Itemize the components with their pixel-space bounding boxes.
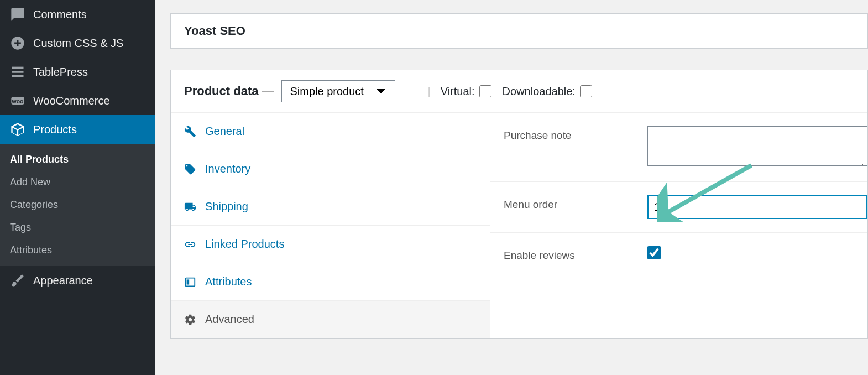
gear-icon: [184, 314, 196, 326]
tab-label: Inventory: [205, 163, 250, 175]
link-icon: [184, 238, 196, 251]
sidebar-item-label: TablePress: [33, 66, 88, 79]
sidebar-item-label: Custom CSS & JS: [33, 37, 123, 50]
enable-reviews-label: Enable reviews: [504, 246, 647, 262]
downloadable-checkbox[interactable]: [580, 85, 592, 97]
tab-label: Linked Products: [205, 238, 284, 251]
product-data-tabs: General Inventory Shipping Linked Produc…: [171, 113, 490, 338]
submenu-tags[interactable]: Tags: [0, 216, 155, 239]
svg-rect-1: [12, 67, 24, 69]
submenu-all-products[interactable]: All Products: [0, 148, 155, 171]
product-data-heading: Product data: [184, 84, 258, 98]
purchase-note-row: Purchase note: [490, 113, 867, 182]
advanced-tab-content: Purchase note Menu order: [490, 113, 867, 338]
virtual-label[interactable]: Virtual:: [441, 85, 491, 98]
dash-separator: —: [262, 84, 274, 98]
downloadable-label[interactable]: Downloadable:: [503, 85, 592, 98]
tab-general[interactable]: General: [171, 113, 490, 150]
woo-icon: woo: [10, 93, 25, 108]
enable-reviews-row: Enable reviews: [490, 233, 867, 275]
menu-order-input[interactable]: [647, 195, 867, 219]
enable-reviews-field: [647, 246, 867, 262]
tab-label: Shipping: [205, 200, 248, 213]
product-type-select[interactable]: Simple product: [281, 80, 395, 102]
svg-rect-7: [187, 279, 190, 284]
tab-inventory[interactable]: Inventory: [171, 150, 490, 188]
purchase-note-field: [647, 126, 867, 168]
sidebar-item-appearance[interactable]: Appearance: [0, 266, 155, 295]
svg-rect-2: [12, 71, 24, 73]
virtual-checkbox[interactable]: [479, 85, 491, 97]
product-data-metabox: Product data — Simple product | Virtual:…: [170, 70, 868, 339]
menu-order-field: [647, 195, 867, 219]
svg-rect-3: [12, 75, 24, 77]
purchase-note-textarea[interactable]: [647, 126, 867, 166]
list-icon: [10, 64, 25, 80]
admin-sidebar: Comments Custom CSS & JS TablePress woo …: [0, 0, 155, 375]
truck-icon: [184, 201, 196, 213]
product-data-header: Product data — Simple product | Virtual:…: [171, 70, 867, 113]
purchase-note-label: Purchase note: [504, 126, 647, 142]
sidebar-item-label: Appearance: [33, 274, 93, 287]
box-icon: [10, 122, 25, 137]
submenu-categories[interactable]: Categories: [0, 194, 155, 216]
sidebar-item-label: Products: [33, 123, 77, 136]
tab-label: Attributes: [205, 275, 252, 288]
metabox-title: Yoast SEO: [171, 14, 867, 48]
sidebar-item-custom-css-js[interactable]: Custom CSS & JS: [0, 29, 155, 58]
yoast-seo-metabox[interactable]: Yoast SEO: [170, 13, 868, 49]
tab-label: General: [205, 125, 244, 138]
svg-text:woo: woo: [12, 98, 24, 105]
product-type-options: | Virtual: Downloadable:: [417, 85, 603, 98]
sidebar-item-products[interactable]: Products: [0, 115, 155, 144]
sidebar-item-woocommerce[interactable]: woo WooCommerce: [0, 86, 155, 115]
menu-order-row: Menu order: [490, 182, 867, 233]
wrench-icon: [184, 126, 196, 138]
tag-icon: [184, 163, 196, 175]
enable-reviews-checkbox[interactable]: [647, 246, 661, 259]
plus-circle-icon: [10, 35, 25, 51]
tab-advanced[interactable]: Advanced: [171, 301, 490, 338]
tab-label: Advanced: [205, 313, 254, 326]
sidebar-item-label: WooCommerce: [33, 95, 110, 107]
layout-icon: [184, 276, 196, 288]
main-content: Yoast SEO Product data — Simple product …: [155, 0, 868, 375]
sidebar-item-tablepress[interactable]: TablePress: [0, 58, 155, 86]
sidebar-item-comments[interactable]: Comments: [0, 0, 155, 29]
comment-icon: [10, 7, 25, 22]
vertical-separator: |: [427, 85, 430, 98]
products-submenu: All Products Add New Categories Tags Att…: [0, 144, 155, 266]
tab-linked-products[interactable]: Linked Products: [171, 226, 490, 263]
submenu-attributes[interactable]: Attributes: [0, 239, 155, 262]
submenu-add-new[interactable]: Add New: [0, 171, 155, 194]
brush-icon: [10, 273, 25, 288]
tab-attributes[interactable]: Attributes: [171, 263, 490, 301]
tab-shipping[interactable]: Shipping: [171, 188, 490, 226]
product-data-body: General Inventory Shipping Linked Produc…: [171, 113, 867, 338]
menu-order-label: Menu order: [504, 195, 647, 211]
sidebar-item-label: Comments: [33, 8, 87, 21]
